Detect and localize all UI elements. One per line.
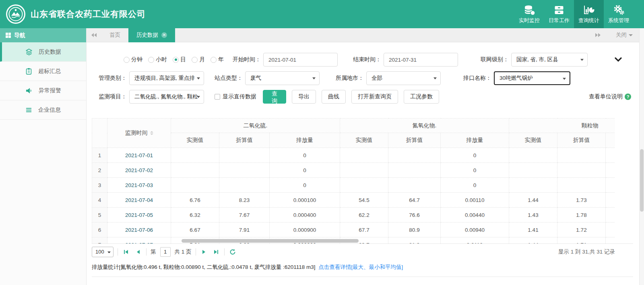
date-link[interactable]: 2021-07-07 <box>125 242 153 244</box>
table-row: 3 2021-07-03 0 0 <box>92 178 615 193</box>
filter-row-period: 分钟 小时 日 月 年 开始时间： 结束时间： 联网级别： 国 <box>87 53 644 67</box>
nav-label: 系统管理 <box>608 17 629 24</box>
date-link[interactable]: 2021-07-01 <box>125 152 153 158</box>
sub-header-emission: 排放量 <box>270 133 340 148</box>
group-header-nox: 氮氧化物. <box>340 119 509 133</box>
cell <box>557 178 606 193</box>
tabs-scroll-right-icon[interactable] <box>590 33 605 37</box>
date-link[interactable]: 2021-07-06 <box>125 227 153 233</box>
prev-page-button[interactable] <box>134 248 142 256</box>
city-label: 所属地市： <box>336 75 364 82</box>
row-number: 3 <box>92 178 107 193</box>
cell <box>388 178 441 193</box>
checkbox-icon[interactable] <box>215 94 220 100</box>
nav-item-realtime-monitor[interactable]: 实时监控 <box>514 0 544 28</box>
cell <box>219 178 270 193</box>
vertical-scrollbar-thumb[interactable] <box>640 149 644 212</box>
city-select[interactable]: 全部 <box>366 71 441 85</box>
unit-help-link[interactable]: 查看单位说明 ? <box>589 93 631 100</box>
tab-home[interactable]: 首页 <box>101 28 128 42</box>
monitor-items-select[interactable]: 二氧化硫., 氮氧化物., 颗粒 <box>129 90 204 104</box>
nav-item-daily-work[interactable]: 日常工作 <box>544 0 574 28</box>
end-time-label: 结束时间： <box>353 56 381 63</box>
select-caret-icon <box>107 252 111 253</box>
network-level-select[interactable]: 国家, 省, 市, 区县 <box>511 53 588 67</box>
network-level-label: 联网级别： <box>481 56 509 63</box>
tabs-scroll-left-icon[interactable] <box>87 28 101 42</box>
radio-minute[interactable]: 分钟 <box>124 56 142 63</box>
curve-button[interactable]: 曲线 <box>322 90 346 104</box>
date-link[interactable]: 2021-07-02 <box>125 167 153 173</box>
next-page-button[interactable] <box>200 248 208 256</box>
close-tabs-label: 关闭 <box>616 31 627 39</box>
refresh-button[interactable] <box>229 248 237 256</box>
nav-label: 查询统计 <box>578 17 599 24</box>
condition-params-button[interactable]: 工况参数 <box>404 90 439 104</box>
sidebar-header: 导航 <box>0 28 86 42</box>
query-button[interactable]: 查询 <box>263 90 286 104</box>
drawers-icon <box>553 4 565 16</box>
cell <box>509 163 557 178</box>
cell: 0.000400 <box>270 208 340 223</box>
cell: 1.72 <box>557 223 606 237</box>
tab-close-icon[interactable]: ✕ <box>161 32 167 38</box>
outlet-name-select[interactable]: 30吨燃气锅炉 <box>494 71 570 85</box>
cell: 0 <box>270 148 340 163</box>
radio-hour[interactable]: 小时 <box>148 56 167 63</box>
cell <box>388 163 441 178</box>
category-select[interactable]: 违规项目, 高架源, 重点排 <box>129 71 204 85</box>
refresh-icon <box>229 249 236 255</box>
open-new-query-button[interactable]: 打开新查询页 <box>351 90 398 104</box>
next-page-icon <box>202 249 206 255</box>
last-page-icon <box>213 249 219 255</box>
horizontal-scrollbar-thumb[interactable] <box>182 239 359 243</box>
radio-selected-icon <box>173 57 179 63</box>
row-number: 6 <box>92 223 107 237</box>
cell <box>171 178 219 193</box>
main-content: 分钟 小时 日 月 年 开始时间： 结束时间： 联网级别： 国 <box>87 42 644 285</box>
monitor-time-header[interactable]: 监测时间 <box>107 119 171 148</box>
cell: 0 <box>270 178 340 193</box>
select-caret-icon <box>563 78 566 80</box>
page-size-select[interactable]: 100 <box>92 247 114 257</box>
filter-collapse-chevron-icon[interactable] <box>615 57 622 62</box>
view-detail-link[interactable]: 点击查看详情[最大、最小和平均值] <box>318 264 403 270</box>
direct-data-checkbox-group[interactable]: 显示直传数据 <box>215 93 256 100</box>
row-number: 7 <box>92 237 107 244</box>
close-tabs-dropdown[interactable]: 关闭 <box>616 31 633 39</box>
cell: 81.9 <box>388 237 441 244</box>
sidebar-item-exceed-summary[interactable]: 超标汇总 <box>0 62 86 81</box>
cell: 0.00940 <box>441 223 509 237</box>
cell <box>606 163 615 178</box>
sidebar-item-abnormal-alarm[interactable]: 异常报警 <box>0 81 86 100</box>
nav-item-query-statistics[interactable]: 查询统计 <box>574 0 604 28</box>
page-number-input[interactable] <box>160 247 171 257</box>
sidebar-item-history-data[interactable]: 历史数据 <box>0 42 86 62</box>
radio-icon <box>124 57 130 63</box>
date-link[interactable]: 2021-07-04 <box>125 197 153 203</box>
start-time-input[interactable] <box>263 53 338 67</box>
cell: 67.7 <box>340 223 388 237</box>
export-button[interactable]: 导出 <box>292 90 316 104</box>
chart-stats-icon <box>583 4 595 16</box>
list-icon <box>25 106 33 114</box>
date-link[interactable]: 2021-07-03 <box>125 182 153 188</box>
nav-item-system-management[interactable]: 系统管理 <box>604 0 634 28</box>
first-page-button[interactable] <box>122 248 130 256</box>
sidebar-item-enterprise-info[interactable]: 企业信息 <box>0 100 86 120</box>
end-time-input[interactable] <box>384 53 458 67</box>
station-type-select[interactable]: 废气 <box>245 71 320 85</box>
cell <box>606 148 615 163</box>
tab-history-data[interactable]: 历史数据 ✕ <box>128 28 175 42</box>
monitor-items-value: 二氧化硫., 氮氧化物., 颗粒 <box>134 93 198 100</box>
radio-month[interactable]: 月 <box>192 56 205 63</box>
radio-day[interactable]: 日 <box>173 56 186 63</box>
sub-header-measured: 实测值 <box>171 133 219 148</box>
sidebar-item-label: 企业信息 <box>38 106 61 114</box>
cell: 7.91 <box>219 223 270 237</box>
date-link[interactable]: 2021-07-05 <box>125 212 153 218</box>
last-page-button[interactable] <box>212 248 220 256</box>
sort-icon[interactable] <box>150 131 153 135</box>
radio-year[interactable]: 年 <box>211 56 224 63</box>
select-caret-icon <box>580 59 584 61</box>
